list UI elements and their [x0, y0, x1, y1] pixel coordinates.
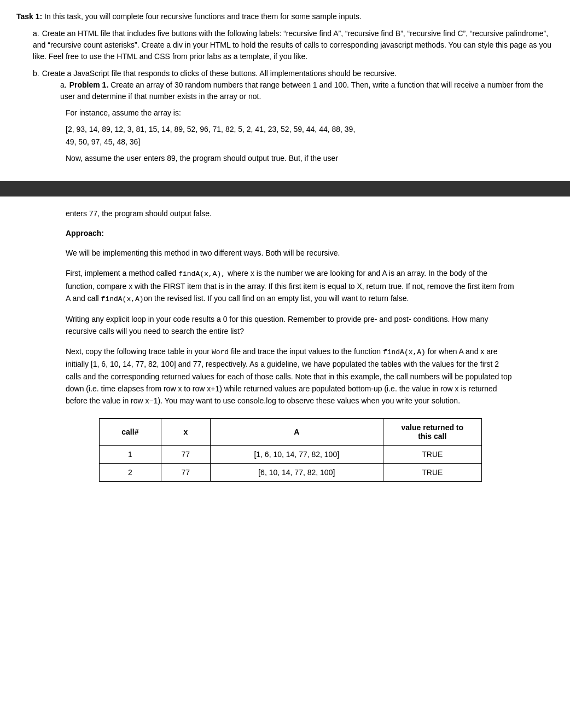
- col-header-a: A: [210, 418, 383, 445]
- first-paragraph: First, implement a method called findA(x…: [66, 267, 515, 305]
- item-b-marker: b.: [33, 68, 39, 79]
- trace-table: call# x A value returned tothis call 177…: [99, 418, 482, 482]
- table-cell-call: 2: [100, 463, 161, 481]
- array-line2: 49, 50, 97, 45, 48, 36]: [66, 136, 554, 148]
- next-para-text1: Next, copy the following trace table in …: [66, 347, 212, 356]
- for-instance: For instance, assume the array is: [2, 9…: [66, 107, 554, 165]
- continues-text: enters 77, the program should output fal…: [66, 207, 515, 219]
- sub-item-a: a.Problem 1. Create an array of 30 rando…: [60, 79, 554, 165]
- task-body: a.Create an HTML file that includes five…: [27, 28, 554, 165]
- table-cell-a: [1, 6, 10, 14, 77, 82, 100]: [210, 445, 383, 463]
- table-cell-x: 77: [161, 463, 210, 481]
- now-assume-text: Now, assume the user enters 89, the prog…: [66, 152, 554, 164]
- sub-a-marker: a.: [60, 79, 67, 91]
- page-container: Task 1: In this task, you will complete …: [0, 0, 570, 728]
- table-row: 277[6, 10, 14, 77, 82, 100]TRUE: [100, 463, 482, 481]
- problem-label: Problem 1.: [69, 80, 109, 89]
- task-header: Task 1: In this task, you will complete …: [16, 11, 554, 22]
- item-b: b.Create a JavaScript file that responds…: [33, 68, 554, 165]
- first-para-text3: on the revised list. If you call find on…: [144, 294, 409, 303]
- finda-code3: findA(x,A): [383, 348, 426, 356]
- table-cell-call: 1: [100, 445, 161, 463]
- col-header-x: x: [161, 418, 210, 445]
- next-paragraph: Next, copy the following trace table in …: [66, 345, 515, 407]
- writing-paragraph: Writing any explicit loop in your code r…: [66, 313, 515, 338]
- top-section: Task 1: In this task, you will complete …: [0, 0, 570, 181]
- col-header-call: call#: [100, 418, 161, 445]
- finda-code2: findA(x,A): [101, 295, 144, 303]
- table-row: 177[1, 6, 10, 14, 77, 82, 100]TRUE: [100, 445, 482, 463]
- bottom-section: enters 77, the program should output fal…: [0, 197, 570, 493]
- first-para-text1: First, implement a method called: [66, 269, 178, 278]
- item-a-text: Create an HTML file that includes five b…: [33, 29, 551, 61]
- task-header-text: In this task, you will complete four rec…: [42, 12, 362, 21]
- item-a-marker: a.: [33, 28, 39, 39]
- word-code: Word: [212, 348, 229, 356]
- table-cell-x: 77: [161, 445, 210, 463]
- table-cell-a: [6, 10, 14, 77, 82, 100]: [210, 463, 383, 481]
- for-instance-text: For instance, assume the array is:: [66, 107, 554, 119]
- task-prefix: Task 1:: [16, 12, 42, 21]
- finda-code1: findA(x,A),: [178, 270, 225, 278]
- array-line1: [2, 93, 14, 89, 12, 3, 81, 15, 14, 89, 5…: [66, 123, 554, 135]
- table-cell-value: TRUE: [383, 463, 481, 481]
- col-header-value: value returned tothis call: [383, 418, 481, 445]
- item-a: a.Create an HTML file that includes five…: [33, 28, 554, 62]
- sub-list: a.Problem 1. Create an array of 30 rando…: [55, 79, 554, 165]
- sub-a-text: Create an array of 30 random numbers tha…: [60, 80, 543, 101]
- approach-label: Approach:: [66, 227, 515, 239]
- table-cell-value: TRUE: [383, 445, 481, 463]
- next-para-text2: file and trace the input values to the f…: [229, 347, 383, 356]
- approach-text: We will be implementing this method in t…: [66, 247, 515, 259]
- table-header-row: call# x A value returned tothis call: [100, 418, 482, 445]
- item-b-text: Create a JavaScript file that responds t…: [42, 69, 397, 78]
- separator-bar: [0, 181, 570, 197]
- trace-table-container: call# x A value returned tothis call 177…: [66, 418, 515, 482]
